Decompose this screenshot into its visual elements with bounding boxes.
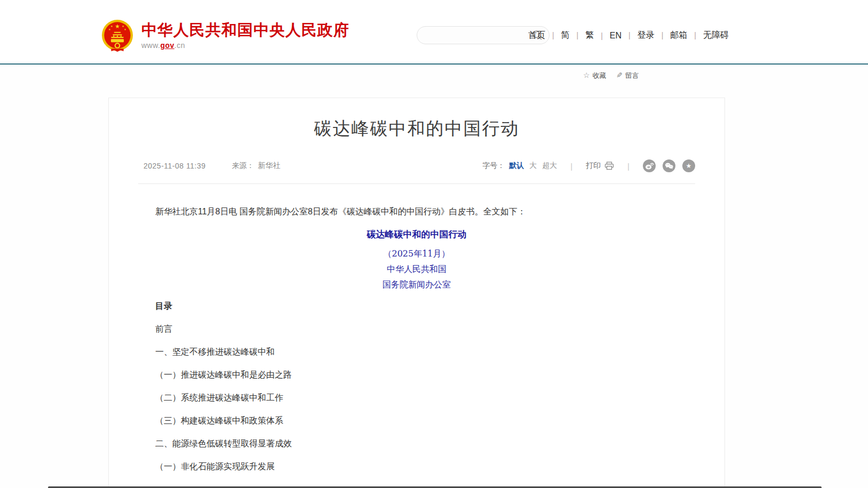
nav-link[interactable]: EN [594, 31, 622, 41]
nav-link[interactable]: 无障碍 [687, 30, 729, 41]
document-org-line2: 国务院新闻办公室 [138, 277, 695, 292]
meta-left: 2025-11-08 11:39 来源： 新华社 [144, 161, 280, 171]
share-group: ★ [643, 159, 695, 172]
svg-text:★: ★ [122, 25, 124, 28]
favorite-button[interactable]: ☆收藏 [583, 71, 607, 81]
svg-text:★: ★ [110, 25, 113, 28]
intro-paragraph: 新华社北京11月8日电 国务院新闻办公室8日发布《碳达峰碳中和的中国行动》白皮书… [138, 200, 695, 223]
svg-text:★: ★ [108, 28, 111, 31]
article-body: 新华社北京11月8日电 国务院新闻办公室8日发布《碳达峰碳中和的中国行动》白皮书… [138, 200, 695, 478]
print-button[interactable]: 打印 [586, 161, 614, 171]
site-header: ★ ★ ★ ★ ★ 中华人民共和国中央人民政府 [0, 0, 868, 65]
source-label: 来源： [232, 161, 254, 171]
document-date: （2025年11月） [138, 246, 695, 261]
font-size-large-button[interactable]: 大 [529, 161, 537, 171]
document-org-line1: 中华人民共和国 [138, 261, 695, 277]
weibo-share-icon[interactable] [643, 159, 656, 172]
national-emblem-logo: ★ ★ ★ ★ ★ [101, 19, 134, 53]
svg-text:★: ★ [124, 28, 126, 31]
svg-text:★: ★ [686, 162, 692, 170]
svg-text:★: ★ [115, 23, 120, 29]
toc-item: 二、能源绿色低碳转型取得显著成效 [138, 432, 695, 455]
article-title: 碳达峰碳中和的中国行动 [138, 116, 695, 141]
toc-item: （三）构建碳达峰碳中和政策体系 [138, 409, 695, 432]
page-toolbar: ☆收藏 ✎留言 [0, 70, 868, 83]
nav-link[interactable]: 登录 [622, 30, 655, 41]
site-title: 中华人民共和国中央人民政府 [141, 21, 349, 38]
toc-item: （一）推进碳达峰碳中和是必由之路 [138, 363, 695, 386]
toc-heading: 目录 [138, 294, 695, 317]
search-input[interactable] [417, 27, 532, 43]
nav-link[interactable]: 邮箱 [655, 30, 688, 41]
toc-item: （一）非化石能源实现跃升发展 [138, 455, 695, 478]
page: ★ ★ ★ ★ ★ 中华人民共和国中央人民政府 [0, 0, 868, 488]
toc-item: 前言 [138, 317, 695, 340]
article-card: 碳达峰碳中和的中国行动 2025-11-08 11:39 来源： 新华社 字号：… [108, 98, 725, 488]
wechat-share-icon[interactable] [663, 159, 675, 172]
toc-item: （二）系统推进碳达峰碳中和工作 [138, 386, 695, 409]
toc-item: 一、坚定不移推进碳达峰碳中和 [138, 340, 695, 363]
message-button[interactable]: ✎留言 [616, 71, 639, 81]
font-size-xlarge-button[interactable]: 超大 [542, 161, 557, 171]
star-share-icon[interactable]: ★ [682, 159, 695, 172]
pencil-icon: ✎ [616, 71, 623, 79]
top-nav: 首页简繁EN登录邮箱无障碍 [528, 30, 729, 41]
star-outline-icon: ☆ [583, 71, 590, 79]
printer-icon [604, 162, 614, 170]
publish-date: 2025-11-08 11:39 [144, 162, 205, 170]
font-size-label: 字号： [482, 161, 505, 171]
divider: | [570, 162, 572, 171]
document-title: 碳达峰碳中和的中国行动 [138, 223, 695, 246]
article-meta-row: 2025-11-08 11:39 来源： 新华社 字号： 默认 大 超大 | 打… [138, 159, 695, 184]
nav-link[interactable]: 首页 [528, 30, 545, 41]
site-brand[interactable]: ★ ★ ★ ★ ★ 中华人民共和国中央人民政府 [101, 19, 349, 53]
nav-link[interactable]: 简 [545, 30, 570, 41]
source-link[interactable]: 新华社 [258, 161, 280, 171]
nav-link[interactable]: 繁 [570, 30, 594, 41]
site-url[interactable]: www.gov.cn [141, 41, 349, 50]
meta-right: 字号： 默认 大 超大 | 打印 | [482, 159, 695, 172]
font-size-default-button[interactable]: 默认 [509, 161, 524, 171]
toc-list: 前言一、坚定不移推进碳达峰碳中和（一）推进碳达峰碳中和是必由之路（二）系统推进碳… [138, 317, 695, 478]
brand-text: 中华人民共和国中央人民政府 www.gov.cn [141, 19, 349, 50]
divider: | [627, 162, 630, 171]
